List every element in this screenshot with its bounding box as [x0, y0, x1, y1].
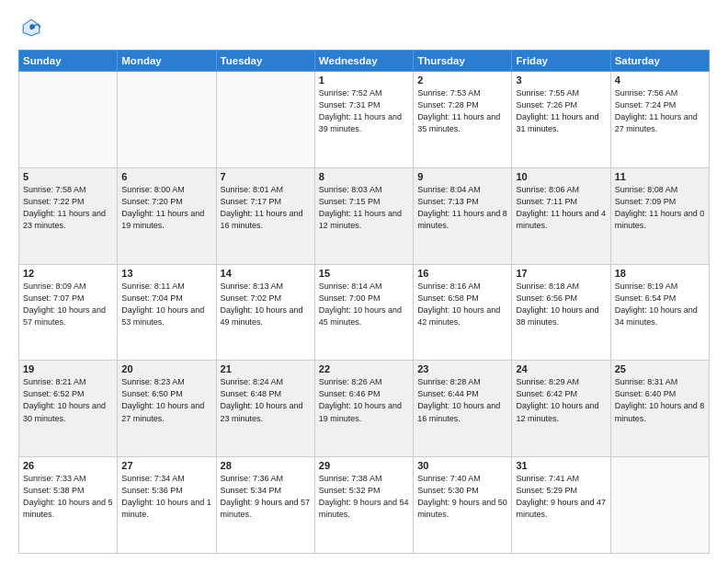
calendar-header-sunday: Sunday [19, 51, 118, 72]
calendar-cell: 24Sunrise: 8:29 AM Sunset: 6:42 PM Dayli… [512, 361, 610, 457]
calendar-cell: 25Sunrise: 8:31 AM Sunset: 6:40 PM Dayli… [610, 361, 709, 457]
day-number: 19 [23, 363, 113, 374]
calendar-header-wednesday: Wednesday [314, 51, 413, 72]
calendar-cell: 14Sunrise: 8:13 AM Sunset: 7:02 PM Dayli… [216, 264, 314, 361]
calendar-cell: 20Sunrise: 8:23 AM Sunset: 6:50 PM Dayli… [118, 361, 216, 457]
day-info: Sunrise: 8:00 AM Sunset: 7:20 PM Dayligh… [121, 184, 211, 232]
day-number: 31 [516, 460, 606, 471]
header [18, 15, 710, 40]
day-number: 21 [221, 363, 311, 374]
day-info: Sunrise: 7:34 AM Sunset: 5:36 PM Dayligh… [121, 473, 211, 521]
day-info: Sunrise: 8:14 AM Sunset: 7:00 PM Dayligh… [319, 281, 409, 328]
day-info: Sunrise: 7:58 AM Sunset: 7:22 PM Dayligh… [23, 184, 113, 232]
calendar-week-2: 5Sunrise: 7:58 AM Sunset: 7:22 PM Daylig… [19, 167, 710, 264]
calendar-week-4: 19Sunrise: 8:21 AM Sunset: 6:52 PM Dayli… [19, 361, 710, 457]
day-info: Sunrise: 8:18 AM Sunset: 6:56 PM Dayligh… [516, 281, 606, 328]
day-number: 28 [221, 460, 311, 471]
day-info: Sunrise: 8:26 AM Sunset: 6:46 PM Dayligh… [319, 376, 409, 424]
day-info: Sunrise: 8:06 AM Sunset: 7:11 PM Dayligh… [516, 184, 606, 232]
logo-icon [18, 15, 44, 40]
calendar-table: SundayMondayTuesdayWednesdayThursdayFrid… [18, 50, 710, 554]
calendar-cell: 3Sunrise: 7:55 AM Sunset: 7:26 PM Daylig… [512, 72, 610, 168]
day-number: 25 [615, 363, 705, 374]
day-info: Sunrise: 7:56 AM Sunset: 7:24 PM Dayligh… [615, 87, 705, 135]
day-info: Sunrise: 8:23 AM Sunset: 6:50 PM Dayligh… [121, 376, 211, 424]
calendar-header-thursday: Thursday [414, 51, 512, 72]
calendar-cell [118, 72, 216, 168]
calendar-cell: 31Sunrise: 7:41 AM Sunset: 5:29 PM Dayli… [512, 457, 610, 554]
day-number: 7 [221, 171, 311, 182]
day-info: Sunrise: 7:33 AM Sunset: 5:38 PM Dayligh… [23, 473, 113, 521]
day-number: 15 [319, 268, 409, 279]
day-number: 18 [615, 268, 705, 279]
day-number: 2 [417, 75, 507, 86]
day-info: Sunrise: 8:04 AM Sunset: 7:13 PM Dayligh… [417, 184, 507, 232]
day-info: Sunrise: 7:41 AM Sunset: 5:29 PM Dayligh… [516, 473, 606, 521]
day-number: 13 [121, 268, 211, 279]
calendar-week-5: 26Sunrise: 7:33 AM Sunset: 5:38 PM Dayli… [19, 457, 710, 554]
day-number: 11 [615, 171, 705, 182]
calendar-cell: 7Sunrise: 8:01 AM Sunset: 7:17 PM Daylig… [216, 167, 314, 264]
calendar-cell: 9Sunrise: 8:04 AM Sunset: 7:13 PM Daylig… [414, 167, 512, 264]
day-number: 12 [23, 268, 113, 279]
calendar-cell: 21Sunrise: 8:24 AM Sunset: 6:48 PM Dayli… [216, 361, 314, 457]
page: SundayMondayTuesdayWednesdayThursdayFrid… [0, 0, 728, 563]
day-number: 5 [23, 171, 113, 182]
calendar-header-saturday: Saturday [610, 51, 709, 72]
day-info: Sunrise: 8:24 AM Sunset: 6:48 PM Dayligh… [221, 376, 311, 424]
calendar-header-friday: Friday [512, 51, 610, 72]
day-number: 10 [516, 171, 606, 182]
calendar-cell: 28Sunrise: 7:36 AM Sunset: 5:34 PM Dayli… [216, 457, 314, 554]
day-number: 6 [121, 171, 211, 182]
calendar-cell: 22Sunrise: 8:26 AM Sunset: 6:46 PM Dayli… [314, 361, 413, 457]
day-number: 14 [221, 268, 311, 279]
day-info: Sunrise: 7:52 AM Sunset: 7:31 PM Dayligh… [319, 87, 409, 135]
day-number: 24 [516, 363, 606, 374]
day-info: Sunrise: 8:28 AM Sunset: 6:44 PM Dayligh… [417, 376, 507, 424]
calendar-cell: 12Sunrise: 8:09 AM Sunset: 7:07 PM Dayli… [19, 264, 118, 361]
calendar-cell: 27Sunrise: 7:34 AM Sunset: 5:36 PM Dayli… [118, 457, 216, 554]
day-info: Sunrise: 7:55 AM Sunset: 7:26 PM Dayligh… [516, 87, 606, 135]
day-info: Sunrise: 8:21 AM Sunset: 6:52 PM Dayligh… [23, 376, 113, 424]
calendar-header-tuesday: Tuesday [216, 51, 314, 72]
day-number: 16 [417, 268, 507, 279]
calendar-cell: 29Sunrise: 7:38 AM Sunset: 5:32 PM Dayli… [314, 457, 413, 554]
day-number: 8 [319, 171, 409, 182]
calendar-cell: 30Sunrise: 7:40 AM Sunset: 5:30 PM Dayli… [414, 457, 512, 554]
day-number: 22 [319, 363, 409, 374]
calendar-cell: 6Sunrise: 8:00 AM Sunset: 7:20 PM Daylig… [118, 167, 216, 264]
day-info: Sunrise: 7:40 AM Sunset: 5:30 PM Dayligh… [417, 473, 507, 521]
day-info: Sunrise: 7:38 AM Sunset: 5:32 PM Dayligh… [319, 473, 409, 521]
calendar-cell: 4Sunrise: 7:56 AM Sunset: 7:24 PM Daylig… [610, 72, 709, 168]
calendar-cell: 19Sunrise: 8:21 AM Sunset: 6:52 PM Dayli… [19, 361, 118, 457]
day-info: Sunrise: 8:08 AM Sunset: 7:09 PM Dayligh… [615, 184, 705, 232]
day-info: Sunrise: 8:19 AM Sunset: 6:54 PM Dayligh… [615, 281, 705, 328]
calendar-cell: 18Sunrise: 8:19 AM Sunset: 6:54 PM Dayli… [610, 264, 709, 361]
day-number: 1 [319, 75, 409, 86]
logo [18, 15, 48, 40]
day-info: Sunrise: 8:03 AM Sunset: 7:15 PM Dayligh… [319, 184, 409, 232]
calendar-cell: 17Sunrise: 8:18 AM Sunset: 6:56 PM Dayli… [512, 264, 610, 361]
calendar-cell: 26Sunrise: 7:33 AM Sunset: 5:38 PM Dayli… [19, 457, 118, 554]
day-number: 17 [516, 268, 606, 279]
day-info: Sunrise: 8:13 AM Sunset: 7:02 PM Dayligh… [221, 281, 311, 328]
day-number: 27 [121, 460, 211, 471]
calendar-header-row: SundayMondayTuesdayWednesdayThursdayFrid… [19, 51, 710, 72]
calendar-cell: 1Sunrise: 7:52 AM Sunset: 7:31 PM Daylig… [314, 72, 413, 168]
day-number: 30 [417, 460, 507, 471]
day-number: 9 [417, 171, 507, 182]
day-info: Sunrise: 8:29 AM Sunset: 6:42 PM Dayligh… [516, 376, 606, 424]
calendar-cell: 23Sunrise: 8:28 AM Sunset: 6:44 PM Dayli… [414, 361, 512, 457]
day-number: 26 [23, 460, 113, 471]
day-info: Sunrise: 7:36 AM Sunset: 5:34 PM Dayligh… [221, 473, 311, 521]
calendar-cell: 16Sunrise: 8:16 AM Sunset: 6:58 PM Dayli… [414, 264, 512, 361]
day-number: 3 [516, 75, 606, 86]
day-number: 4 [615, 75, 705, 86]
calendar-header-monday: Monday [118, 51, 216, 72]
calendar-cell: 10Sunrise: 8:06 AM Sunset: 7:11 PM Dayli… [512, 167, 610, 264]
calendar-cell [610, 457, 709, 554]
day-info: Sunrise: 8:11 AM Sunset: 7:04 PM Dayligh… [121, 281, 211, 328]
calendar-week-3: 12Sunrise: 8:09 AM Sunset: 7:07 PM Dayli… [19, 264, 710, 361]
calendar-cell [19, 72, 118, 168]
calendar-cell: 5Sunrise: 7:58 AM Sunset: 7:22 PM Daylig… [19, 167, 118, 264]
